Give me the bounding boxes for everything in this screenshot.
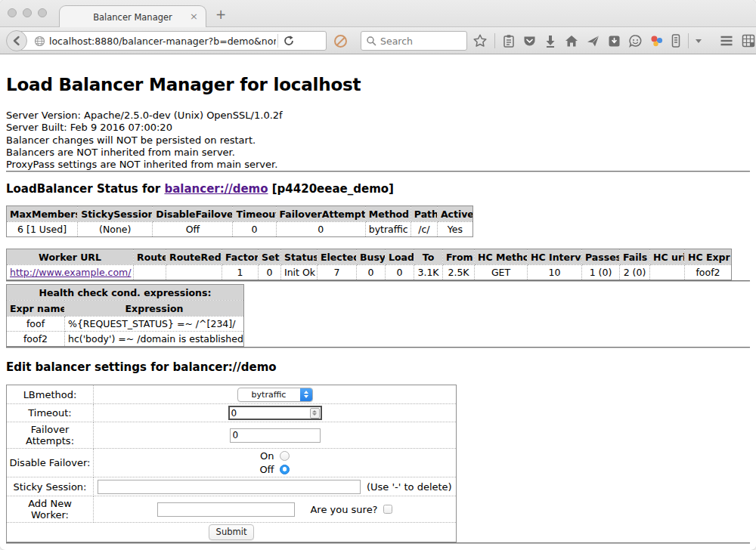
col-route: Route xyxy=(134,249,166,265)
cell-status: Init Ok xyxy=(281,265,318,280)
col-method: Method xyxy=(365,206,411,222)
are-you-sure-checkbox[interactable] xyxy=(383,505,392,514)
col-set: Set xyxy=(259,249,281,265)
home-icon[interactable] xyxy=(564,34,579,48)
proxypass-note-line: ProxyPass settings are NOT inherited fro… xyxy=(6,159,750,171)
select-stepper-icon xyxy=(300,388,312,402)
cell-expression: %{REQUEST_STATUS} =~ /^[234]/ xyxy=(65,317,244,332)
col-expression: Expression xyxy=(65,301,244,317)
health-table-title: Health check cond. expressions: xyxy=(7,285,244,301)
health-check-table: Health check cond. expressions: Expr nam… xyxy=(6,284,244,347)
window-close-button[interactable] xyxy=(8,8,17,17)
search-field[interactable]: Search xyxy=(361,31,467,51)
col-from: From xyxy=(443,249,475,265)
toolbar-divider xyxy=(494,33,495,48)
forum-smiley-icon[interactable] xyxy=(628,34,643,48)
timeout-input[interactable] xyxy=(230,408,310,419)
divider xyxy=(6,542,750,544)
cell-stickysession: (None) xyxy=(78,222,153,237)
window-zoom-button[interactable] xyxy=(38,8,47,17)
send-icon[interactable] xyxy=(586,34,600,48)
cell-maxmembers: 6 [1 Used] xyxy=(7,222,78,237)
tab-close-icon[interactable]: × xyxy=(190,11,198,23)
status-heading-prefix: LoadBalancer Status for xyxy=(6,182,164,196)
col-hc-interval: HC Interval xyxy=(528,249,582,265)
cell-set: 0 xyxy=(259,265,281,280)
navigation-toolbar: localhost:8880/balancer-manager?b=demo&n… xyxy=(0,27,756,54)
table-row: 6 [1 Used] (None) Off 0 0 bytraffic /c/ … xyxy=(7,222,473,237)
cell-failoverattempts: 0 xyxy=(276,222,365,237)
number-stepper-icon[interactable] xyxy=(310,408,320,419)
edit-settings-heading: Edit balancer settings for balancer://de… xyxy=(6,360,750,374)
add-worker-input[interactable] xyxy=(157,502,295,517)
col-fails: Fails xyxy=(620,249,650,265)
col-active: Active xyxy=(437,206,472,222)
col-stickysession: StickySession xyxy=(78,206,153,222)
new-tab-button[interactable]: + xyxy=(215,7,226,22)
back-button[interactable] xyxy=(6,30,27,51)
radio-off[interactable] xyxy=(280,465,290,474)
worker-url-link[interactable]: http://www.example.com/ xyxy=(10,267,131,278)
urlbar-divider xyxy=(277,34,278,48)
col-to: To xyxy=(414,249,443,265)
cell-worker-url: http://www.example.com/ xyxy=(7,265,134,280)
bookmark-star-icon[interactable] xyxy=(472,33,488,48)
sticky-session-label: Sticky Session: xyxy=(7,477,94,496)
form-row-timeout: Timeout: xyxy=(7,404,457,422)
downloads-icon[interactable] xyxy=(544,34,557,48)
form-row-lbmethod: LBmethod: bytraffic xyxy=(7,385,457,404)
pocket-icon[interactable] xyxy=(522,34,537,48)
tab-balancer-manager[interactable]: Balancer Manager × xyxy=(59,5,206,28)
cell-expr-name: foof2 xyxy=(7,332,65,347)
radio-on[interactable] xyxy=(280,451,290,461)
balancer-status-table: MaxMembers StickySession DisableFailover… xyxy=(6,205,473,237)
save-to-device-icon[interactable] xyxy=(607,34,621,48)
form-row-failover-attempts: Failover Attempts: xyxy=(7,422,457,449)
browser-window: Balancer Manager × + localhost:8880/bala… xyxy=(0,0,756,550)
menu-hamburger-icon[interactable] xyxy=(719,33,734,48)
col-busy: Busy xyxy=(357,249,386,265)
balancer-demo-link[interactable]: balancer://demo xyxy=(164,182,268,196)
cell-hc-method: GET xyxy=(475,265,528,280)
col-failoverattempts: FailoverAttempts xyxy=(276,206,365,222)
sticky-session-input[interactable] xyxy=(98,480,361,494)
divider xyxy=(6,280,750,282)
col-expr-name: Expr name xyxy=(7,301,65,317)
form-row-sticky-session: Sticky Session: (Use '-' to delete) xyxy=(7,477,457,496)
col-routeredir: RouteRedir xyxy=(166,249,222,265)
disable-failover-label: Disable Failover: xyxy=(7,449,94,477)
page-title: Load Balancer Manager for localhost xyxy=(6,74,750,95)
overflow-caret-icon[interactable] xyxy=(696,39,702,43)
lbmethod-select[interactable]: bytraffic xyxy=(237,388,313,402)
server-built-line: Server Built: Feb 9 2016 07:00:20 xyxy=(6,122,750,134)
cell-hc-interval: 10 xyxy=(528,265,582,280)
submit-button[interactable]: Submit xyxy=(209,524,255,540)
bookmarks-clipboard-icon[interactable] xyxy=(502,34,516,48)
window-controls[interactable] xyxy=(8,8,47,17)
url-bar[interactable]: localhost:8880/balancer-manager?b=demo&n… xyxy=(17,31,327,51)
cell-method: bytraffic xyxy=(365,222,411,237)
colored-dots-icon[interactable] xyxy=(649,34,664,48)
cell-to: 3.1K xyxy=(414,265,443,280)
table-header-row: Expr name Expression xyxy=(7,301,244,317)
content-blocked-icon[interactable] xyxy=(334,35,347,48)
status-heading-suffix: [p4420eeae_demo] xyxy=(268,182,394,196)
tab-groups-grid-icon[interactable] xyxy=(741,33,756,48)
col-status: Status xyxy=(281,249,318,265)
failover-attempts-label: Failover Attempts: xyxy=(7,422,94,449)
worker-status-table: Worker URL Route RouteRedir Factor Set S… xyxy=(6,249,732,280)
reload-icon[interactable] xyxy=(283,35,295,47)
globe-icon xyxy=(34,36,45,47)
cell-routeredir xyxy=(166,265,222,280)
cell-expression: hc('body') =~ /domain is established/ xyxy=(65,332,244,347)
lbmethod-label: LBmethod: xyxy=(7,385,94,404)
col-hc-expr: HC Expr xyxy=(685,249,732,265)
reading-list-icon[interactable] xyxy=(671,33,681,48)
col-worker-url: Worker URL xyxy=(7,249,134,265)
url-text[interactable]: localhost:8880/balancer-manager?b=demo&n… xyxy=(49,36,276,47)
failover-attempts-input[interactable] xyxy=(230,428,321,443)
window-minimize-button[interactable] xyxy=(23,8,32,17)
page-content: Load Balancer Manager for localhost Serv… xyxy=(0,54,756,549)
form-row-add-worker: Add New Worker: Are you sure? xyxy=(7,496,457,523)
col-disablefailover: DisableFailover xyxy=(153,206,233,222)
